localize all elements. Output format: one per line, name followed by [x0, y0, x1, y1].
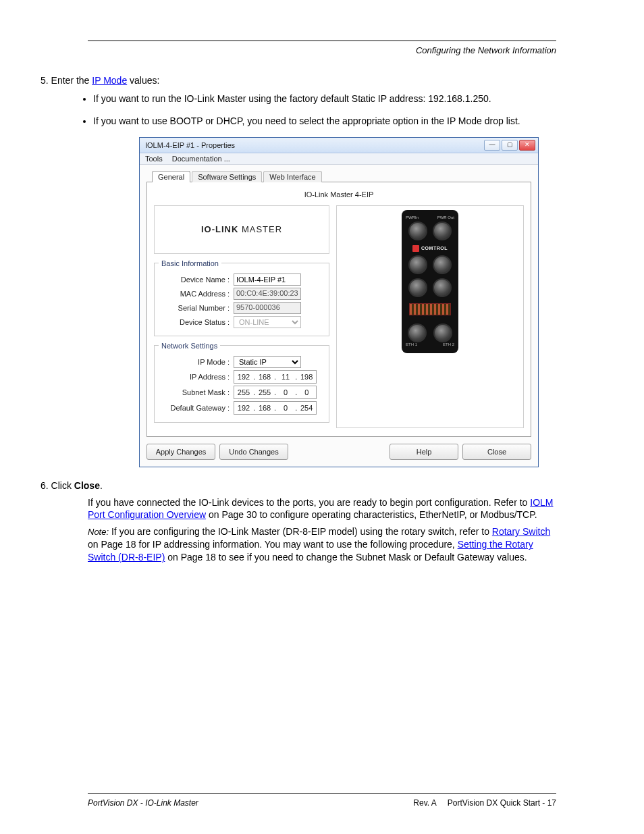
oct[interactable]: 0 — [298, 388, 315, 396]
ip-address-label: IP Address : — [159, 373, 234, 381]
txt: values: — [130, 75, 159, 86]
mac-address-label: MAC Address : — [159, 290, 234, 298]
txt: Enter the — [51, 75, 90, 86]
close-button[interactable]: Close — [462, 444, 531, 460]
ip-mode-select[interactable]: Static IP — [234, 356, 301, 368]
tab-bar: General Software Settings Web Interface — [152, 170, 531, 182]
serial-number-label: Serial Number : — [159, 304, 234, 312]
txt: on Page 30 to configure operating charac… — [209, 509, 537, 520]
network-legend: Network Settings — [159, 342, 220, 350]
eth1-label: ETH 1 — [406, 342, 417, 346]
oct[interactable]: 168 — [257, 373, 273, 381]
oct[interactable]: 168 — [257, 404, 273, 412]
close-icon[interactable]: ✕ — [519, 140, 535, 151]
tab-software-settings[interactable]: Software Settings — [192, 171, 262, 182]
connector-icon — [408, 323, 427, 342]
menubar: Tools Documentation ... — [140, 153, 538, 165]
titlebar: IOLM-4-EIP #1 - Properties — ▢ ✕ — [140, 138, 538, 153]
oct[interactable]: 11 — [277, 373, 294, 381]
txt: on Page 18 for IP addressing information… — [88, 539, 458, 550]
rotary-switch-link[interactable]: Rotary Switch — [492, 526, 550, 537]
list-item: If you want to run the IO-Link Master us… — [93, 93, 603, 105]
logo-bold: IO-LINK — [201, 224, 238, 234]
footer-right: Rev. A PortVision DX Quick Start - 17 — [413, 798, 556, 808]
connector-icon — [408, 255, 427, 274]
step-6: 6. Click Close. — [41, 479, 603, 492]
oct[interactable]: 198 — [298, 373, 315, 381]
minimize-icon[interactable]: — — [484, 140, 500, 151]
connector-icon — [433, 255, 452, 274]
pwr-in-label: PWRIn — [406, 215, 419, 219]
properties-window: IOLM-4-EIP #1 - Properties — ▢ ✕ Tools D… — [139, 137, 539, 467]
logo-rest: MASTER — [238, 224, 282, 234]
basic-info-group: Basic Information Device Name : MAC Addr… — [154, 259, 329, 336]
txt: Click — [51, 480, 74, 491]
page-header: Configuring the Network Information — [88, 45, 556, 55]
device-graphic: PWRIn PWR Out COMTROL — [402, 210, 458, 353]
txt: on Page 18 to see if you need to change … — [167, 552, 527, 563]
connector-icon — [408, 221, 427, 240]
oct[interactable]: 254 — [298, 404, 315, 412]
tab-title: IO-Link Master 4-EIP — [154, 190, 524, 199]
subnet-mask-label: Subnet Mask : — [159, 388, 234, 396]
eth2-label: ETH 2 — [443, 342, 454, 346]
ip-address-input[interactable]: 192. 168. 11. 198 — [234, 370, 317, 384]
device-status-label: Device Status : — [159, 318, 234, 326]
oct[interactable]: 192 — [236, 373, 252, 381]
oct[interactable]: 255 — [257, 388, 273, 396]
txt: If you have connected the IO-Link device… — [88, 497, 530, 508]
dip-switch-icon — [409, 303, 451, 315]
txt: . — [100, 480, 103, 491]
apply-changes-button[interactable]: Apply Changes — [146, 444, 215, 460]
instruction-line: 5. Enter the IP Mode values: — [41, 74, 603, 87]
help-button[interactable]: Help — [390, 444, 458, 460]
pwr-out-label: PWR Out — [437, 215, 454, 219]
brand-logo-icon — [412, 245, 419, 252]
device-name-label: Device Name : — [159, 276, 234, 284]
undo-changes-button[interactable]: Undo Changes — [219, 444, 288, 460]
network-settings-group: Network Settings IP Mode : Static IP IP … — [154, 342, 329, 423]
logo-box: IO-LINK MASTER — [154, 205, 329, 254]
bold: Close — [74, 480, 100, 491]
connector-icon — [433, 323, 452, 342]
window-title: IOLM-4-EIP #1 - Properties — [145, 141, 235, 149]
tab-web-interface[interactable]: Web Interface — [263, 171, 321, 182]
connector-icon — [408, 278, 427, 297]
footer-left: PortVision DX - IO-Link Master — [88, 798, 198, 808]
tab-body: IO-Link Master 4-EIP IO-LINK MASTER Basi… — [146, 182, 531, 437]
list-item: If you want to use BOOTP or DHCP, you ne… — [93, 115, 603, 128]
default-gateway-input[interactable]: 192. 168. 0. 254 — [234, 401, 317, 415]
tab-general[interactable]: General — [152, 171, 190, 182]
mac-address-value: 00:C0:4E:39:00:23 — [234, 288, 301, 300]
menu-tools[interactable]: Tools — [145, 155, 163, 163]
txt: Rev. A — [413, 798, 436, 808]
brand-text: COMTROL — [421, 246, 448, 251]
ip-mode-link[interactable]: IP Mode — [92, 75, 127, 86]
connector-icon — [433, 278, 452, 297]
basic-legend: Basic Information — [159, 259, 221, 267]
device-status-select: ON-LINE — [234, 316, 301, 328]
ip-mode-label: IP Mode : — [159, 358, 234, 366]
txt: If you are configuring the IO-Link Maste… — [111, 526, 492, 537]
device-image-panel: PWRIn PWR Out COMTROL — [336, 205, 524, 428]
oct[interactable]: 192 — [236, 404, 252, 412]
connector-icon — [433, 221, 452, 240]
note-title: Note: — [88, 527, 109, 537]
bullet-list: If you want to run the IO-Link Master us… — [41, 93, 603, 128]
maximize-icon[interactable]: ▢ — [502, 140, 518, 151]
subnet-mask-input[interactable]: 255. 255. 0. 0 — [234, 386, 317, 399]
default-gateway-label: Default Gateway : — [159, 404, 234, 412]
oct[interactable]: 255 — [236, 388, 252, 396]
oct[interactable]: 0 — [277, 404, 294, 412]
page-footer: PortVision DX - IO-Link Master Rev. A Po… — [88, 793, 556, 808]
oct[interactable]: 0 — [277, 388, 294, 396]
note-paragraph: Note: If you are configuring the IO-Link… — [88, 525, 556, 564]
serial-number-value: 9570-000036 — [234, 302, 301, 314]
config-paragraph: If you have connected the IO-Link device… — [88, 496, 556, 522]
menu-documentation[interactable]: Documentation ... — [172, 155, 230, 163]
txt: PortVision DX Quick Start - 17 — [448, 798, 556, 808]
device-name-input[interactable] — [234, 273, 301, 286]
